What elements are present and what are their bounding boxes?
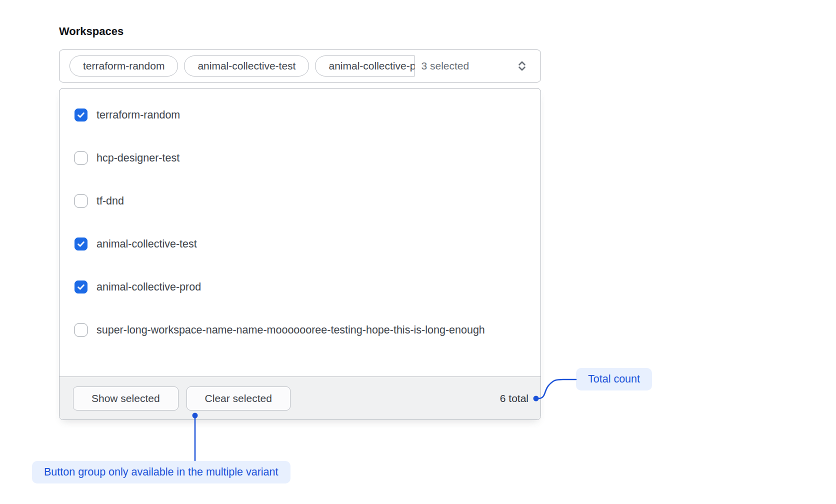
selected-tags: terraform-randomanimal-collective-testan… <box>70 56 415 76</box>
listbox-option[interactable]: super-long-workspace-name-name-moooooore… <box>60 308 540 352</box>
selected-tag: animal-collective-prod <box>315 56 415 76</box>
check-icon <box>76 240 86 248</box>
listbox-option[interactable]: animal-collective-prod <box>60 266 540 308</box>
checkbox[interactable] <box>74 152 88 164</box>
checkbox[interactable] <box>74 280 88 294</box>
listbox-dropdown: terraform-random hcp-designer-test tf-dn… <box>59 88 541 420</box>
checkbox[interactable] <box>74 238 88 250</box>
check-icon <box>76 282 86 292</box>
listbox-option[interactable]: hcp-designer-test <box>60 136 540 180</box>
multiselect-trigger[interactable]: terraform-randomanimal-collective-testan… <box>59 50 541 82</box>
listbox-option[interactable]: terraform-random <box>60 94 540 136</box>
option-label: animal-collective-test <box>96 234 197 254</box>
annotation-total-count: Total count <box>576 368 652 390</box>
option-label: super-long-workspace-name-name-moooooore… <box>96 320 485 340</box>
option-label: hcp-designer-test <box>96 148 180 168</box>
checkbox[interactable] <box>74 194 88 208</box>
field-label: Workspaces <box>59 25 124 38</box>
option-label: terraform-random <box>96 106 180 124</box>
chevrons-up-down-icon <box>516 60 528 72</box>
listbox-options: terraform-random hcp-designer-test tf-dn… <box>60 88 540 376</box>
selected-tag: terraform-random <box>70 56 178 76</box>
option-label: tf-dnd <box>96 192 124 210</box>
check-icon <box>76 110 86 120</box>
clear-selected-button[interactable]: Clear selected <box>186 386 290 410</box>
annotation-button-group: Button group only available in the multi… <box>32 461 290 484</box>
listbox-option[interactable]: tf-dnd <box>60 180 540 222</box>
total-count-text: 6 total <box>500 392 528 404</box>
listbox-option[interactable]: animal-collective-test <box>60 222 540 266</box>
option-label: animal-collective-prod <box>96 278 201 296</box>
checkbox[interactable] <box>74 108 88 122</box>
screenshot-canvas: Workspaces terraform-randomanimal-collec… <box>0 0 836 504</box>
selected-tag: animal-collective-test <box>184 56 309 76</box>
checkbox[interactable] <box>74 324 88 336</box>
show-selected-button[interactable]: Show selected <box>73 386 178 410</box>
listbox-footer: Show selected Clear selected 6 total <box>60 376 540 420</box>
selected-count: 3 selected <box>421 60 469 72</box>
